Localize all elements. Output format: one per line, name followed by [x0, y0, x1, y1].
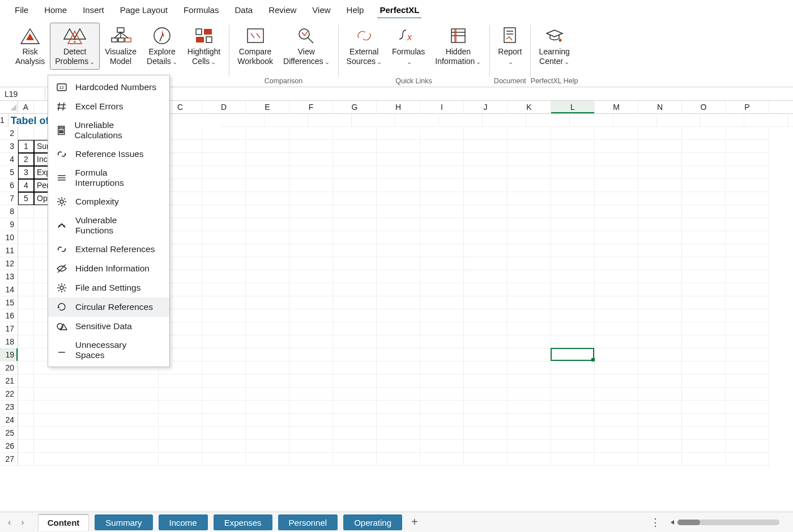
- cell-C26[interactable]: [159, 440, 202, 453]
- cell-G3[interactable]: [333, 140, 377, 153]
- cell-G11[interactable]: [333, 244, 377, 257]
- row-header-20[interactable]: 20: [0, 361, 18, 374]
- select-all-triangle[interactable]: [0, 101, 18, 113]
- cell-J13[interactable]: [464, 270, 508, 283]
- cell-H13[interactable]: [377, 270, 420, 283]
- row-header-5[interactable]: 5: [0, 166, 18, 179]
- cell-J17[interactable]: [464, 322, 508, 335]
- dropdown-excel-errors[interactable]: Excel Errors: [48, 97, 169, 116]
- cell-E14[interactable]: [246, 283, 289, 296]
- cell-N20[interactable]: [638, 361, 682, 374]
- cell-G7[interactable]: [333, 192, 377, 205]
- cell-O2[interactable]: [682, 127, 726, 140]
- cell-G21[interactable]: [333, 374, 377, 388]
- cell-D21[interactable]: [202, 374, 246, 388]
- cell-N18[interactable]: [638, 335, 682, 348]
- cell-M26[interactable]: [595, 440, 638, 453]
- cell-I12[interactable]: [420, 257, 464, 270]
- new-sheet-button[interactable]: +: [411, 516, 418, 529]
- cell-M10[interactable]: [595, 231, 638, 244]
- row-header-25[interactable]: 25: [0, 427, 18, 440]
- cell-J4[interactable]: [464, 153, 508, 166]
- dropdown-complexity[interactable]: Complexity: [48, 192, 169, 211]
- cell-K18[interactable]: [508, 335, 551, 348]
- cell-I7[interactable]: [420, 192, 464, 205]
- dropdown-reference-issues[interactable]: Reference Issues: [48, 144, 169, 164]
- cell-O9[interactable]: [682, 218, 726, 231]
- row-header-9[interactable]: 9: [0, 218, 18, 231]
- cell-N5[interactable]: [638, 166, 682, 179]
- cell-I2[interactable]: [420, 127, 464, 140]
- dropdown-unnecessary-spaces[interactable]: Unnecessary Spaces: [48, 336, 169, 364]
- cell-O17[interactable]: [682, 322, 726, 335]
- cell-F16[interactable]: [289, 309, 333, 322]
- cell-K19[interactable]: [508, 348, 551, 361]
- cell-A19[interactable]: [18, 348, 34, 361]
- cell-F8[interactable]: [289, 205, 333, 218]
- cell-J26[interactable]: [464, 440, 508, 453]
- cell-P1[interactable]: [788, 114, 793, 127]
- cell-J14[interactable]: [464, 283, 508, 296]
- cell-J5[interactable]: [464, 166, 508, 179]
- cell-F15[interactable]: [289, 296, 333, 309]
- dropdown-vulnerable-functions[interactable]: Vulnerable Functions: [48, 211, 169, 240]
- cell-E19[interactable]: [246, 348, 289, 361]
- compare-workbook-button[interactable]: CompareWorkbook: [232, 23, 278, 70]
- cell-N21[interactable]: [638, 374, 682, 388]
- cell-K1[interactable]: [570, 114, 613, 127]
- col-header-I[interactable]: I: [420, 101, 464, 113]
- col-header-O[interactable]: O: [682, 101, 726, 113]
- cell-G27[interactable]: [333, 453, 377, 466]
- cell-J19[interactable]: [464, 348, 508, 361]
- dropdown-circular-references[interactable]: Circular References: [48, 297, 169, 317]
- cell-B25[interactable]: [34, 427, 159, 440]
- cell-M7[interactable]: [595, 192, 638, 205]
- col-header-M[interactable]: M: [595, 101, 638, 113]
- cell-E26[interactable]: [246, 440, 289, 453]
- cell-I11[interactable]: [420, 244, 464, 257]
- sheet-tab-income[interactable]: Income: [159, 514, 208, 530]
- cell-O25[interactable]: [682, 427, 726, 440]
- cell-G17[interactable]: [333, 322, 377, 335]
- cell-E11[interactable]: [246, 244, 289, 257]
- cell-J15[interactable]: [464, 296, 508, 309]
- row-header-17[interactable]: 17: [0, 322, 18, 335]
- cell-F14[interactable]: [289, 283, 333, 296]
- cell-H22[interactable]: [377, 388, 420, 401]
- cell-H10[interactable]: [377, 231, 420, 244]
- cell-M27[interactable]: [595, 453, 638, 466]
- cell-L5[interactable]: [551, 166, 595, 179]
- cell-A4[interactable]: 2: [18, 153, 34, 166]
- cell-M9[interactable]: [595, 218, 638, 231]
- cell-G1[interactable]: [395, 114, 439, 127]
- cell-G13[interactable]: [333, 270, 377, 283]
- learning-center-button[interactable]: LearningCenter⌄: [534, 23, 575, 70]
- cell-M2[interactable]: [595, 127, 638, 140]
- explore-details-button[interactable]: ExploreDetails⌄: [142, 23, 182, 70]
- cell-P4[interactable]: [726, 153, 769, 166]
- horizontal-scrollbar[interactable]: [667, 518, 786, 526]
- cell-P15[interactable]: [726, 296, 769, 309]
- cell-J18[interactable]: [464, 335, 508, 348]
- cell-B24[interactable]: [34, 414, 159, 427]
- cell-N16[interactable]: [638, 309, 682, 322]
- cell-L24[interactable]: [551, 414, 595, 427]
- row-header-23[interactable]: 23: [0, 401, 18, 414]
- cell-N14[interactable]: [638, 283, 682, 296]
- cell-P24[interactable]: [726, 414, 769, 427]
- cell-H3[interactable]: [377, 140, 420, 153]
- cell-G16[interactable]: [333, 309, 377, 322]
- row-header-16[interactable]: 16: [0, 309, 18, 322]
- cell-L6[interactable]: [551, 179, 595, 192]
- cell-K3[interactable]: [508, 140, 551, 153]
- cell-G14[interactable]: [333, 283, 377, 296]
- cell-D17[interactable]: [202, 322, 246, 335]
- cell-L9[interactable]: [551, 218, 595, 231]
- cell-F5[interactable]: [289, 166, 333, 179]
- cell-F12[interactable]: [289, 257, 333, 270]
- cell-J11[interactable]: [464, 244, 508, 257]
- cell-A13[interactable]: [18, 270, 34, 283]
- cell-I1[interactable]: [483, 114, 526, 127]
- row-header-4[interactable]: 4: [0, 153, 18, 166]
- cell-F1[interactable]: [352, 114, 395, 127]
